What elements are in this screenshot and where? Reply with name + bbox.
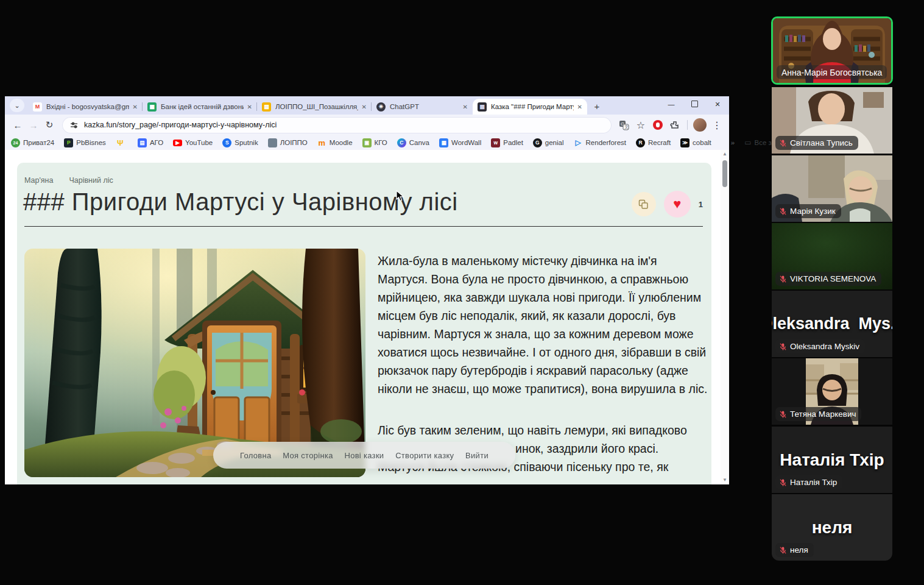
like-button[interactable]: ♥ <box>664 191 691 218</box>
translate-icon[interactable]: G文 <box>616 118 631 132</box>
bookmark-sputnik[interactable]: SSputnik <box>222 138 258 147</box>
wordwall-icon: ▦ <box>439 138 448 147</box>
bookmark-cobalt[interactable]: ≫cobalt <box>680 138 711 147</box>
extension-red-o-icon[interactable] <box>651 118 665 132</box>
youtube-icon: ▶ <box>173 140 182 146</box>
muted-mic-icon <box>779 139 787 147</box>
muted-mic-icon <box>779 275 787 283</box>
scrollbar-thumb[interactable] <box>722 160 727 187</box>
browser-window: ⌄ M Вхідні - bogosvyatska@gmail.c ✕ ▦ Ба… <box>5 96 729 484</box>
bookmark-renderforest[interactable]: ▷Renderforest <box>574 138 626 147</box>
participant-tile-oleksandra[interactable]: Oleksandra Mys... Oleksandra Myskiv <box>772 291 892 357</box>
breadcrumb-author[interactable]: Мар'яна <box>24 176 53 185</box>
breadcrumb-story[interactable]: Чарівний ліс <box>69 176 113 185</box>
participant-tile-viktoria[interactable]: VIKTORIA SEMENOVA <box>772 223 892 289</box>
scroll-down-icon[interactable]: ▼ <box>722 476 727 484</box>
restore-button[interactable] <box>683 101 706 108</box>
tab-close-icon[interactable]: ✕ <box>362 104 367 110</box>
back-button[interactable]: ← <box>10 117 26 133</box>
participant-name-label: VIKTORIA SEMENOVA <box>775 272 881 286</box>
address-bar[interactable]: kazka.fun/story_page/-пригоди-мартусі-у-… <box>62 117 612 133</box>
tab-chatgpt[interactable]: ✳ ChatGPT ✕ <box>372 99 473 115</box>
participant-name-label: Світлана Тупись <box>775 136 858 150</box>
document-icon: ▤ <box>262 102 271 112</box>
copy-button[interactable] <box>632 192 656 216</box>
participant-tile-nelia[interactable]: неля неля <box>772 494 892 561</box>
bookmarks-bar: 24Приват24 PPbBisnes Ψ ▤АГО ▶YouTube SSp… <box>5 135 729 150</box>
window-controls: — ✕ <box>660 96 729 112</box>
tab-strip: ⌄ M Вхідні - bogosvyatska@gmail.c ✕ ▦ Ба… <box>5 96 729 115</box>
trident-icon: Ψ <box>116 138 125 147</box>
renderforest-icon: ▷ <box>574 138 583 147</box>
canva-icon: C <box>397 138 406 147</box>
site-settings-icon[interactable] <box>69 121 79 130</box>
nav-my-page[interactable]: Моя сторінка <box>283 451 333 460</box>
page-scrollbar[interactable]: ▲ ▼ <box>721 150 729 484</box>
participant-tile-svitlana[interactable]: Світлана Тупись <box>772 87 892 154</box>
new-tab-button[interactable]: + <box>590 99 604 113</box>
tab-search-button[interactable]: ⌄ <box>10 99 24 112</box>
bookmark-loippo[interactable]: ЛОІППО <box>268 138 308 147</box>
bookmark-youtube[interactable]: ▶YouTube <box>173 139 213 146</box>
bookmark-moodle[interactable]: mMoodle <box>317 138 353 147</box>
bookmark-emblem[interactable]: Ψ <box>116 138 128 147</box>
bookmark-wordwall[interactable]: ▦WordWall <box>439 138 481 147</box>
nav-new-tales[interactable]: Нові казки <box>344 451 384 460</box>
forward-button[interactable]: → <box>26 117 41 133</box>
participant-tile-anna-maria[interactable]: Анна-Марія Богосвятська <box>771 16 893 85</box>
bookmark-pbbisnes[interactable]: PPbBisnes <box>64 138 106 147</box>
minimize-button[interactable]: — <box>660 101 683 108</box>
browser-menu-icon[interactable]: ⋮ <box>710 118 724 132</box>
profile-avatar[interactable] <box>693 118 707 132</box>
svg-text:文: 文 <box>624 124 629 129</box>
genial-icon: G <box>533 138 542 147</box>
participant-name-label: Марія Кузик <box>775 204 841 218</box>
participant-name-label: Наталія Тхір <box>775 475 842 489</box>
tab-kazka-active[interactable]: ▩ Казка "### Пригоди Мартусі у ✕ <box>473 99 587 115</box>
copy-icon <box>638 199 649 210</box>
tab-doc[interactable]: ▤ ЛОІППО_ШІ_Позашкілля_27.0 ✕ <box>257 99 372 115</box>
sputnik-icon: S <box>222 138 231 147</box>
bookmark-kgo[interactable]: ▣КГО <box>362 138 387 147</box>
scroll-up-icon[interactable]: ▲ <box>722 150 727 158</box>
recraft-icon: R <box>636 138 645 147</box>
muted-mic-icon <box>779 342 787 351</box>
breadcrumb: Мар'яна Чарівний ліс <box>24 176 113 185</box>
participant-tile-natalia[interactable]: Наталія Тхір Наталія Тхір <box>772 427 892 493</box>
participant-tile-maria[interactable]: Марія Кузик <box>772 155 892 222</box>
bookmark-recraft[interactable]: RRecraft <box>636 138 671 147</box>
tab-sheets[interactable]: ▦ Банк ідей останній дзвоник (В ✕ <box>143 99 257 115</box>
privat24-icon: 24 <box>11 138 20 147</box>
tab-close-icon[interactable]: ✕ <box>463 104 468 110</box>
kazka-icon: ▩ <box>478 102 487 112</box>
bookmarks-overflow-chevron[interactable]: » <box>731 139 735 146</box>
tab-close-icon[interactable]: ✕ <box>577 104 582 110</box>
participant-name-label: неля <box>775 543 814 557</box>
bookmark-genial[interactable]: Ggenial <box>533 138 564 147</box>
participant-tile-tetiana[interactable]: Тетяна Маркевич <box>772 358 892 425</box>
bookmark-privat24[interactable]: 24Приват24 <box>11 138 54 147</box>
bookmark-ago[interactable]: ▤АГО <box>138 138 163 147</box>
extensions-puzzle-icon[interactable] <box>668 118 682 132</box>
participant-name-label: Анна-Марія Богосвятська <box>777 65 887 79</box>
story-paragraph-1: Жила-була в маленькому містечку дівчинка… <box>378 252 708 398</box>
bookmark-star-icon[interactable]: ☆ <box>633 118 648 132</box>
nav-home[interactable]: Головна <box>240 451 272 460</box>
kgo-icon: ▣ <box>362 138 372 147</box>
participant-name-label: Oleksandra Myskiv <box>775 339 865 353</box>
tab-close-icon[interactable]: ✕ <box>133 104 138 110</box>
reload-button[interactable]: ↻ <box>41 117 57 133</box>
nav-create-tale[interactable]: Створити казку <box>395 451 454 460</box>
ago-icon: ▤ <box>138 138 147 147</box>
tab-close-icon[interactable]: ✕ <box>247 104 252 110</box>
tab-gmail[interactable]: M Вхідні - bogosvyatska@gmail.c ✕ <box>28 99 143 115</box>
bookmark-padlet[interactable]: wPadlet <box>491 138 523 147</box>
title-divider <box>24 226 703 227</box>
close-button[interactable]: ✕ <box>706 101 729 108</box>
nav-logout[interactable]: Вийти <box>465 451 488 460</box>
browser-toolbar: ← → ↻ kazka.fun/story_page/-пригоди-март… <box>5 115 729 135</box>
muted-mic-icon <box>779 410 787 419</box>
gmail-icon: M <box>33 102 42 112</box>
bookmark-canva[interactable]: CCanva <box>397 138 429 147</box>
muted-mic-icon <box>779 478 787 487</box>
